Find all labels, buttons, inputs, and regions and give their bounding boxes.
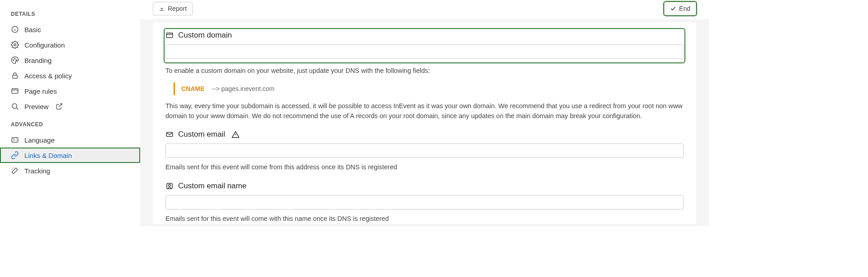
sidebar-section-details: DETAILS — [0, 4, 140, 22]
link-icon — [11, 151, 19, 159]
sidebar: DETAILS Basic Configuration Branding Acc… — [0, 0, 140, 226]
language-icon — [11, 136, 19, 144]
svg-rect-12 — [12, 138, 18, 143]
svg-rect-13 — [166, 33, 173, 38]
sidebar-item-label: Basic — [24, 26, 41, 33]
custom-email-name-header: Custom email name — [165, 181, 684, 191]
svg-point-4 — [13, 60, 14, 61]
sidebar-item-label: Configuration — [24, 41, 65, 49]
custom-email-header: Custom email — [165, 130, 684, 139]
sidebar-item-label: Preview — [24, 103, 48, 110]
sidebar-item-tracking[interactable]: Tracking — [0, 163, 140, 178]
svg-rect-8 — [12, 89, 18, 94]
sidebar-section-advanced: ADVANCED — [0, 114, 140, 132]
report-button-label: Report — [168, 5, 187, 12]
palette-icon — [11, 56, 19, 64]
report-button[interactable]: Report — [153, 2, 193, 15]
custom-domain-block: Custom domain To enable a custom domain … — [165, 30, 684, 121]
custom-domain-help-body: This way, every time your subdomain is a… — [165, 101, 684, 121]
external-link-icon — [56, 103, 63, 110]
info-icon — [11, 25, 19, 33]
dns-block: CNAME --> pages.inevent.com — [174, 82, 684, 95]
custom-domain-header: Custom domain — [165, 31, 684, 40]
custom-email-help: Emails sent for this event will come fro… — [165, 162, 684, 172]
sidebar-item-label: Tracking — [24, 167, 50, 175]
svg-point-10 — [12, 104, 17, 109]
sidebar-item-page-rules[interactable]: Page rules — [0, 83, 140, 99]
custom-domain-input[interactable] — [165, 44, 684, 59]
wand-icon — [11, 167, 19, 175]
sidebar-item-links-domain[interactable]: Links & Domain — [0, 148, 140, 163]
custom-domain-help-intro: To enable a custom domain on your websit… — [165, 66, 684, 76]
id-badge-icon — [165, 182, 174, 190]
svg-point-19 — [169, 184, 171, 186]
sidebar-item-language[interactable]: Language — [0, 132, 140, 148]
sidebar-item-access-policy[interactable]: Access & policy — [0, 68, 140, 83]
sidebar-item-basic[interactable]: Basic — [0, 22, 140, 37]
content-scroll[interactable]: Custom domain To enable a custom domain … — [140, 19, 709, 226]
svg-point-6 — [16, 60, 17, 61]
svg-line-11 — [16, 108, 18, 109]
sidebar-item-label: Page rules — [24, 87, 57, 95]
sidebar-item-configuration[interactable]: Configuration — [0, 37, 140, 53]
check-icon — [670, 5, 676, 12]
custom-email-name-block: Custom email name Emails sent for this e… — [165, 181, 684, 224]
custom-email-name-help: Emails sent for this event will come wit… — [165, 214, 684, 224]
svg-point-5 — [14, 58, 15, 59]
sidebar-item-label: Language — [24, 136, 55, 144]
sidebar-item-label: Access & policy — [24, 72, 72, 80]
main: Report End Custom do — [140, 0, 709, 226]
custom-email-name-title: Custom email name — [178, 181, 246, 191]
envelope-icon — [165, 130, 174, 138]
download-icon — [159, 5, 165, 12]
sidebar-item-preview[interactable]: Preview — [0, 99, 140, 114]
search-icon — [11, 102, 19, 110]
topbar: Report End — [140, 0, 709, 19]
custom-domain-title: Custom domain — [178, 31, 232, 40]
custom-email-block: Custom email Emails sent for this event … — [165, 130, 684, 172]
window-icon — [11, 87, 19, 95]
dns-cname-target: --> pages.inevent.com — [212, 85, 274, 92]
dns-cname-label: CNAME — [181, 85, 204, 92]
sidebar-item-branding[interactable]: Branding — [0, 53, 140, 68]
end-button-label: End — [679, 5, 690, 12]
sidebar-item-label: Links & Domain — [24, 152, 72, 159]
browser-icon — [165, 31, 174, 39]
sidebar-item-label: Branding — [24, 57, 52, 64]
end-button[interactable]: End — [664, 2, 696, 15]
settings-panel: Custom domain To enable a custom domain … — [153, 23, 696, 224]
gear-icon — [11, 41, 19, 49]
svg-point-3 — [14, 44, 16, 46]
lock-icon — [11, 72, 19, 80]
custom-domain-highlight: Custom domain — [165, 30, 684, 62]
custom-email-input[interactable] — [165, 143, 684, 158]
custom-email-name-input[interactable] — [165, 195, 684, 210]
custom-email-title: Custom email — [178, 130, 225, 139]
svg-rect-7 — [13, 75, 18, 78]
warning-icon — [231, 130, 240, 138]
